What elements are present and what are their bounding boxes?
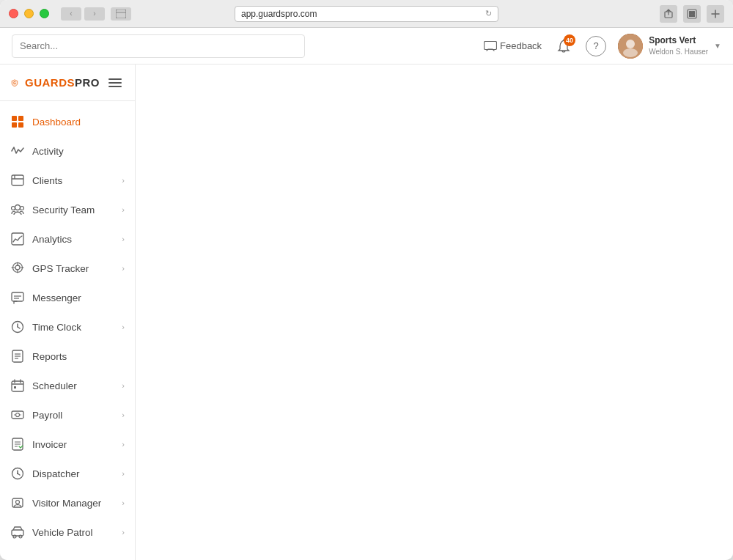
gps-tracker-icon: [10, 261, 25, 276]
sidebar-item-label-reports: Reports: [32, 351, 125, 362]
visitor-manager-chevron-icon: ›: [122, 498, 125, 507]
close-button[interactable]: [9, 9, 18, 18]
svg-point-13: [626, 40, 635, 48]
invoicer-icon: [10, 437, 25, 452]
sidebar-item-messenger[interactable]: Messenger: [0, 283, 135, 312]
back-button[interactable]: ‹: [61, 7, 81, 21]
sidebar-item-dashboard[interactable]: Dashboard: [0, 107, 135, 136]
sidebar-logo: G GUARDSPRO: [0, 65, 135, 101]
svg-point-61: [19, 535, 22, 538]
svg-point-56: [17, 473, 18, 474]
sidebar-item-reports[interactable]: Reports: [0, 342, 135, 371]
svg-rect-40: [12, 381, 23, 391]
gps-tracker-chevron-icon: ›: [122, 264, 125, 273]
sidebar-item-label-scheduler: Scheduler: [32, 380, 122, 391]
payroll-chevron-icon: ›: [122, 410, 125, 419]
svg-point-24: [15, 205, 21, 210]
invoicer-chevron-icon: ›: [122, 440, 125, 449]
topbar: Feedback 40 ? Sports Vert Weldon S. Haus…: [0, 28, 733, 65]
sidebar-item-label-gps-tracker: GPS Tracker: [32, 263, 122, 274]
hamburger-button[interactable]: [106, 75, 125, 90]
vehicle-patrol-icon: [10, 525, 25, 539]
nav-arrows: ‹ ›: [61, 7, 105, 21]
logo-text: GUARDSPRO: [25, 76, 100, 89]
hamburger-line-1: [108, 78, 122, 80]
sidebar-item-analytics[interactable]: Analytics ›: [0, 224, 135, 254]
reload-icon[interactable]: ↻: [485, 9, 492, 18]
vehicle-patrol-chevron-icon: ›: [122, 528, 125, 537]
sidebar-item-activity[interactable]: Activity: [0, 136, 135, 166]
sidebar-item-payroll[interactable]: Payroll ›: [0, 400, 135, 430]
sidebar: G GUARDSPRO Dashboard: [0, 65, 136, 560]
user-profile[interactable]: Sports Vert Weldon S. Hauser ▼: [618, 34, 721, 59]
sidebar-item-invoicer[interactable]: Invoicer ›: [0, 430, 135, 459]
analytics-icon: [10, 232, 25, 246]
search-input[interactable]: [12, 34, 305, 58]
user-name: Sports Vert: [649, 35, 708, 47]
svg-point-14: [623, 48, 638, 57]
svg-rect-5: [692, 11, 695, 14]
svg-rect-0: [116, 10, 126, 18]
toolbar-right: [660, 5, 724, 23]
sidebar-item-label-analytics: Analytics: [32, 234, 122, 245]
hamburger-line-3: [108, 86, 122, 87]
mac-window-buttons: [9, 9, 49, 18]
svg-point-58: [16, 501, 20, 504]
plus-icon[interactable]: [707, 5, 724, 23]
feedback-button[interactable]: Feedback: [484, 40, 542, 51]
sidebar-item-label-activity: Activity: [32, 146, 125, 157]
hamburger-line-2: [108, 82, 122, 84]
app-container: G GUARDSPRO Dashboard: [0, 65, 733, 560]
sidebar-item-scheduler[interactable]: Scheduler ›: [0, 371, 135, 400]
dashboard-icon: [10, 114, 25, 129]
clients-chevron-icon: ›: [122, 176, 125, 185]
url-bar[interactable]: app.guardspro.com ↻: [235, 6, 498, 22]
sidebar-item-label-dispatcher: Dispatcher: [32, 468, 122, 479]
sidebar-item-label-invoicer: Invoicer: [32, 439, 122, 450]
visitor-manager-icon: [10, 495, 25, 510]
help-button[interactable]: ?: [586, 36, 606, 56]
activity-icon: [10, 144, 25, 158]
scheduler-icon: [10, 378, 25, 393]
svg-rect-4: [689, 11, 692, 14]
sidebar-item-visitor-manager[interactable]: Visitor Manager ›: [0, 488, 135, 517]
share-icon[interactable]: [660, 5, 677, 23]
sidebar-item-label-time-clock: Time Clock: [32, 322, 122, 333]
tabs-icon[interactable]: [683, 5, 701, 23]
svg-point-25: [12, 207, 15, 210]
svg-rect-17: [12, 116, 17, 121]
payroll-icon: [10, 408, 25, 422]
user-info: Sports Vert Weldon S. Hauser: [649, 35, 708, 56]
svg-rect-7: [692, 14, 695, 17]
sidebar-item-label-payroll: Payroll: [32, 410, 122, 421]
mac-titlebar: ‹ › app.guardspro.com ↻: [0, 0, 733, 28]
notification-badge: 40: [564, 34, 575, 46]
time-clock-icon: [10, 320, 25, 334]
svg-rect-27: [12, 233, 23, 245]
sidebar-item-security-team[interactable]: Security Team ›: [0, 195, 135, 224]
svg-rect-3: [688, 10, 696, 18]
sidebar-item-clients[interactable]: Clients ›: [0, 166, 135, 195]
reports-icon: [10, 349, 25, 364]
mac-window: ‹ › app.guardspro.com ↻: [0, 0, 733, 560]
feedback-icon: [484, 41, 497, 51]
svg-point-26: [21, 207, 24, 210]
maximize-button[interactable]: [40, 9, 49, 18]
minimize-button[interactable]: [24, 9, 34, 18]
sidebar-item-dispatcher[interactable]: Dispatcher ›: [0, 459, 135, 488]
svg-rect-45: [12, 411, 23, 419]
dispatcher-icon: [10, 466, 25, 481]
svg-point-28: [15, 265, 20, 270]
svg-rect-19: [12, 122, 17, 128]
chevron-down-icon: ▼: [714, 42, 721, 50]
sidebar-item-label-clients: Clients: [32, 175, 122, 186]
svg-rect-20: [18, 122, 23, 128]
sidebar-item-vehicle-patrol[interactable]: Vehicle Patrol ›: [0, 517, 135, 547]
notifications-button[interactable]: 40: [553, 36, 574, 56]
sidebar-item-time-clock[interactable]: Time Clock ›: [0, 312, 135, 342]
forward-button[interactable]: ›: [84, 7, 105, 21]
sidebar-item-gps-tracker[interactable]: GPS Tracker ›: [0, 254, 135, 283]
svg-rect-6: [689, 14, 692, 17]
tab-button[interactable]: [111, 7, 131, 21]
feedback-label: Feedback: [500, 40, 542, 51]
